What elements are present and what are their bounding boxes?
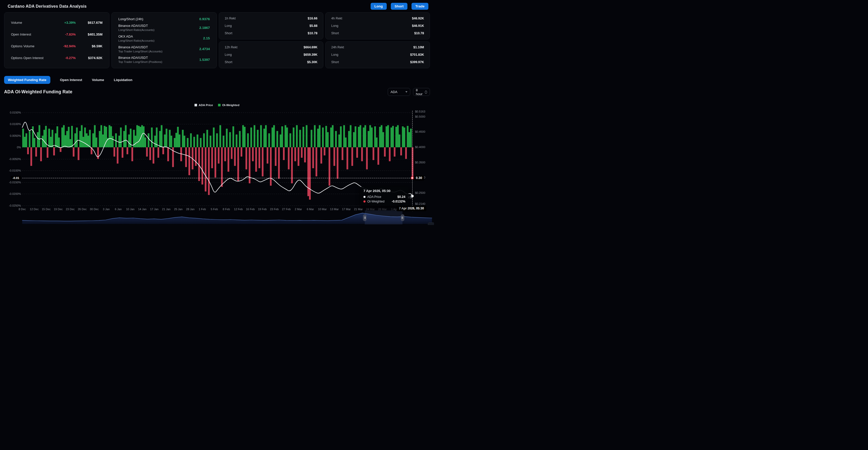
y-axis-left-tick: -0.0250% <box>7 204 21 207</box>
stat-value: $374.92K <box>76 56 102 60</box>
x-axis-tick: 12 Dec <box>30 208 39 211</box>
navigator-left-handle[interactable] <box>363 214 367 221</box>
chart-tabs: Weighted Funding Rate Open Interest Volu… <box>4 76 426 84</box>
stat-change: -7.83% <box>48 32 76 36</box>
x-axis-tick: 15 Dec <box>42 208 51 211</box>
stat-row-volume: Volume +3.39% $617.67M <box>11 21 102 25</box>
y-axis-left-tick: -0.0050% <box>7 157 21 160</box>
rekt-long-label: Long <box>225 24 232 28</box>
header: Cardano ADA Derivatives Data Analysis Lo… <box>0 0 434 11</box>
tab-volume[interactable]: Volume <box>92 76 104 84</box>
tooltip-date: 7 Apr 2026, 05:30 <box>364 189 405 193</box>
x-axis-tick: 8 Dec <box>19 208 26 211</box>
legend-swatch-green <box>218 104 221 107</box>
interval-select[interactable]: 8 hour <box>413 88 430 96</box>
rekt-card-4h: 4h Rekt$46.92K Long$46.91K Short$10.78 <box>326 12 430 39</box>
legend-label: ADA Price <box>198 103 213 107</box>
stat-label: Options Volume <box>11 44 48 48</box>
ls-subtitle: Top Trader Long/Short (Accounts) <box>118 50 199 53</box>
x-axis-tick: 21 Mar <box>354 208 363 211</box>
crosshair-left-badge: -0.01 <box>11 176 21 180</box>
tooltip-label: ADA Price <box>367 195 381 199</box>
x-axis-tick: 30 Dec <box>90 208 99 211</box>
tooltip-row-funding: OI-Weighted -0.0132% <box>364 200 405 203</box>
tab-weighted-funding-rate[interactable]: Weighted Funding Rate <box>4 76 50 84</box>
x-axis-tick: 16 Feb <box>246 208 255 211</box>
symbol-select[interactable]: ADA <box>388 88 410 96</box>
legend-item-ada-price[interactable]: ADA Price <box>194 103 213 107</box>
tab-liquidation[interactable]: Liquidation <box>114 76 132 84</box>
symbol-select-value: ADA <box>391 90 398 94</box>
red-dot-icon <box>364 201 366 203</box>
caret-down-icon <box>405 91 407 93</box>
rekt-total: $16.66 <box>308 17 317 20</box>
x-axis-tick: 28 Jan <box>186 208 194 211</box>
rekt-total: $1.10M <box>413 46 424 49</box>
stat-change: -92.94% <box>48 44 76 48</box>
rekt-total: $664.69K <box>304 46 317 49</box>
legend-label: OI-Weighted <box>222 103 240 107</box>
legend-item-oi-weighted[interactable]: OI-Weighted <box>218 103 240 107</box>
interval-select-value: 8 hour <box>416 88 425 96</box>
stat-label: Options Open Interest <box>11 56 48 60</box>
rekt-short-value: $10.78 <box>414 31 424 35</box>
x-axis-tick: 26 Dec <box>78 208 87 211</box>
chart-tooltip: 7 Apr 2026, 05:30 ADA Price $0.24 OI-Wei… <box>361 187 408 206</box>
dashboard-page: Cardano ADA Derivatives Data Analysis Lo… <box>0 0 434 225</box>
x-axis-tick: 10 Jan <box>126 208 134 211</box>
x-axis-tick: 19 Dec <box>54 208 63 211</box>
x-axis-tick: 28 Mar <box>378 208 387 211</box>
y-axis-right-tick: $0.5163 <box>415 110 425 113</box>
tooltip-row-price: ADA Price $0.24 <box>364 195 405 199</box>
y-axis-left-tick: -0.0150% <box>7 181 21 184</box>
y-axis-right-tick: $0.2500 <box>415 191 425 194</box>
x-axis-tick: 6 Mar <box>307 208 314 211</box>
y-axis-right-tick: $0.2140 <box>415 202 425 205</box>
ls-subtitle: Long/Short Ratio(Accounts) <box>118 39 203 42</box>
rekt-long-label: Long <box>225 53 232 57</box>
crosshair-right-badge: 0.30 <box>414 175 424 181</box>
x-axis-tick: 6 Jan <box>115 208 122 211</box>
navigator-zoom-button[interactable] <box>428 222 434 225</box>
chart-legend: ADA Price OI-Weighted <box>0 103 434 107</box>
crosshair-date-badge: 7 Apr 2026, 05:30 <box>397 206 426 211</box>
stat-label: Open Interest <box>11 32 48 36</box>
tab-open-interest[interactable]: Open Interest <box>60 76 82 84</box>
ls-value: 1.5397 <box>199 58 210 62</box>
ls-value: 2.1867 <box>199 26 210 30</box>
ls-row: Long/Short (24h) 0.9376 <box>118 17 210 21</box>
x-axis-tick: 25 Jan <box>174 208 183 211</box>
y-axis-left-tick: -0.0200% <box>7 192 21 196</box>
ls-subtitle: Top Trader Long/Short (Positions) <box>118 60 199 63</box>
ls-title: OKX ADA <box>118 34 203 38</box>
rekt-long-value: $659.39K <box>304 53 317 57</box>
stat-value: $6.59K <box>76 44 102 48</box>
stat-row-open-interest: Open Interest -7.83% $401.35M <box>11 32 102 36</box>
rekt-long-value: $701.83K <box>410 53 424 57</box>
rekt-long-label: Long <box>331 24 338 28</box>
x-axis-tick: 13 Mar <box>330 208 339 211</box>
chart-title: ADA OI-Weighted Funding Rate <box>4 89 72 95</box>
x-axis-tick: 24 Mar <box>366 208 375 211</box>
x-axis-tick: 2 Mar <box>295 208 302 211</box>
y-axis-right-tick: $0.4500 <box>415 130 425 133</box>
ls-row: Binance ADA/USDT Long/Short Ratio(Accoun… <box>118 24 210 31</box>
chart-header: ADA OI-Weighted Funding Rate ADA 8 hour <box>4 88 430 96</box>
rekt-short-label: Short <box>225 60 232 64</box>
trade-button[interactable]: Trade <box>411 3 428 10</box>
short-button[interactable]: Short <box>391 3 407 10</box>
tooltip-label: OI-Weighted <box>367 200 384 203</box>
rekt-card-1h: 1h Rekt$16.66 Long$5.88 Short$10.78 <box>219 12 323 39</box>
ls-value: 2.15 <box>203 36 210 40</box>
long-short-card: Long/Short (24h) 0.9376 Binance ADA/USDT… <box>112 12 217 68</box>
white-dot-icon <box>364 196 366 198</box>
x-axis-tick: 8 Feb <box>223 208 230 211</box>
rekt-short-value: $399.97K <box>410 60 424 64</box>
y-axis-right-tick: $0.5000 <box>415 115 425 118</box>
tooltip-value: -0.0132% <box>392 200 405 203</box>
navigator-right-handle[interactable] <box>401 214 404 221</box>
long-button[interactable]: Long <box>371 3 387 10</box>
y-axis-left-tick: 0.0150% <box>7 111 21 114</box>
rekt-long-value: $5.88 <box>310 24 317 28</box>
stat-row-options-volume: Options Volume -92.94% $6.59K <box>11 44 102 48</box>
